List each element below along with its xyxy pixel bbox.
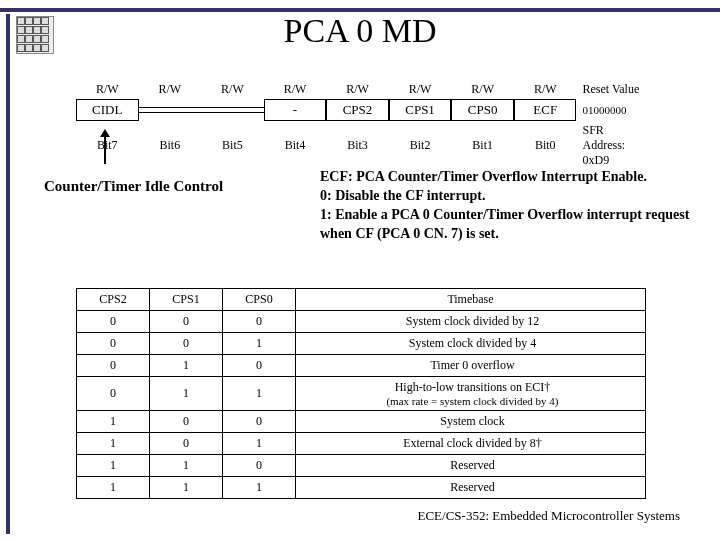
rw-cell: R/W	[389, 80, 452, 99]
ecf-line2: 0: Disable the CF interrupt.	[320, 188, 486, 203]
rw-cell: R/W	[514, 80, 577, 99]
table-row: 010Timer 0 overflow	[77, 355, 646, 377]
rw-cell: R/W	[139, 80, 202, 99]
field-cps0: CPS0	[451, 99, 514, 121]
th-cps1: CPS1	[150, 289, 223, 311]
slide-footer: ECE/CS-352: Embedded Microcontroller Sys…	[418, 508, 681, 524]
timebase-desc: Reserved	[296, 477, 646, 499]
reset-label: Reset Value	[577, 80, 647, 99]
th-cps0: CPS0	[223, 289, 296, 311]
cps-cell: 1	[150, 377, 223, 411]
cps-cell: 1	[223, 477, 296, 499]
left-rule	[6, 14, 10, 534]
cps-cell: 0	[77, 355, 150, 377]
rw-cell: R/W	[264, 80, 327, 99]
field-cidl: CIDL	[76, 99, 139, 121]
rw-cell: R/W	[201, 80, 264, 99]
cps-cell: 0	[77, 311, 150, 333]
field-empty	[201, 107, 264, 113]
timebase-desc: Timer 0 overflow	[296, 355, 646, 377]
timebase-desc: High-to-low transitions on ECI†(max rate…	[296, 377, 646, 411]
cps-cell: 1	[150, 455, 223, 477]
cps-cell: 0	[223, 455, 296, 477]
cps-cell: 0	[223, 355, 296, 377]
ecf-line1: ECF: PCA Counter/Timer Overflow Interrup…	[320, 169, 647, 184]
bit-label: Bit0	[514, 136, 577, 155]
register-diagram: R/W R/W R/W R/W R/W R/W R/W R/W Reset Va…	[76, 80, 646, 170]
field-ecf: ECF	[514, 99, 577, 121]
cps-cell: 0	[223, 311, 296, 333]
cps-cell: 1	[223, 433, 296, 455]
ecf-description: ECF: PCA Counter/Timer Overflow Interrup…	[320, 168, 700, 244]
th-cps2: CPS2	[77, 289, 150, 311]
field-empty	[139, 107, 202, 113]
field-cps2: CPS2	[326, 99, 389, 121]
table-row: 011High-to-low transitions on ECI†(max r…	[77, 377, 646, 411]
table-row: 110Reserved	[77, 455, 646, 477]
cps-cell: 1	[77, 433, 150, 455]
bit-label: Bit6	[139, 136, 202, 155]
cps-cell: 0	[150, 433, 223, 455]
bit-label: Bit3	[326, 136, 389, 155]
cps-cell: 1	[150, 355, 223, 377]
field-cps1: CPS1	[389, 99, 452, 121]
cps-cell: 1	[150, 477, 223, 499]
bit-label: Bit1	[451, 136, 514, 155]
cps-cell: 1	[77, 477, 150, 499]
rw-cell: R/W	[76, 80, 139, 99]
cps-cell: 0	[77, 333, 150, 355]
cps-cell: 1	[223, 333, 296, 355]
register-bit-row: Bit7 Bit6 Bit5 Bit4 Bit3 Bit2 Bit1 Bit0 …	[76, 121, 646, 170]
cps-cell: 0	[77, 377, 150, 411]
idle-control-label: Counter/Timer Idle Control	[44, 178, 304, 195]
register-field-row: CIDL - CPS2 CPS1 CPS0 ECF 01000000	[76, 99, 646, 121]
cps-cell: 0	[150, 333, 223, 355]
register-rw-row: R/W R/W R/W R/W R/W R/W R/W R/W Reset Va…	[76, 80, 646, 99]
rw-cell: R/W	[451, 80, 514, 99]
reset-value: 01000000	[576, 102, 646, 118]
timebase-desc-sub: (max rate = system clock divided by 4)	[306, 395, 639, 407]
arrow-up-icon	[104, 136, 106, 164]
page-title: PCA 0 MD	[0, 12, 720, 50]
table-row: 111Reserved	[77, 477, 646, 499]
timebase-desc: System clock divided by 4	[296, 333, 646, 355]
ecf-line3: 1: Enable a PCA 0 Counter/Timer Overflow…	[320, 207, 689, 241]
bit-label: Bit2	[389, 136, 452, 155]
timebase-table-wrap: CPS2 CPS1 CPS0 Timebase 000System clock …	[76, 288, 646, 499]
cps-cell: 0	[150, 411, 223, 433]
timebase-desc: Reserved	[296, 455, 646, 477]
cps-cell: 0	[150, 311, 223, 333]
bit-label: Bit5	[201, 136, 264, 155]
cps-cell: 1	[223, 377, 296, 411]
table-row: 000System clock divided by 12	[77, 311, 646, 333]
cps-cell: 1	[77, 455, 150, 477]
slide: PCA 0 MD R/W R/W R/W R/W R/W R/W R/W R/W…	[0, 0, 720, 540]
sfr-label: SFR Address: 0xD9	[577, 121, 647, 170]
sfr-label-text: SFR Address:	[583, 123, 626, 152]
timebase-desc: System clock divided by 12	[296, 311, 646, 333]
bit-label: Bit7	[76, 136, 139, 155]
table-row: 100System clock	[77, 411, 646, 433]
timebase-desc: External clock divided by 8†	[296, 433, 646, 455]
sfr-addr: 0xD9	[583, 153, 610, 167]
cps-cell: 0	[223, 411, 296, 433]
table-row: 101External clock divided by 8†	[77, 433, 646, 455]
field-dash: -	[264, 99, 327, 121]
timebase-table: CPS2 CPS1 CPS0 Timebase 000System clock …	[76, 288, 646, 499]
rw-cell: R/W	[326, 80, 389, 99]
bit-label: Bit4	[264, 136, 327, 155]
th-timebase: Timebase	[296, 289, 646, 311]
cps-cell: 1	[77, 411, 150, 433]
table-header-row: CPS2 CPS1 CPS0 Timebase	[77, 289, 646, 311]
table-row: 001System clock divided by 4	[77, 333, 646, 355]
timebase-desc: System clock	[296, 411, 646, 433]
